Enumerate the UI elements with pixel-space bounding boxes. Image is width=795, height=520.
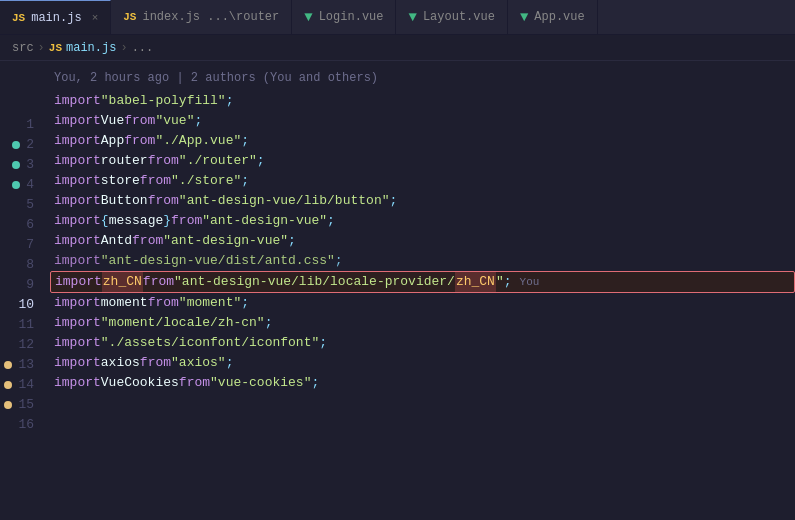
- line-num-5: 5: [26, 195, 34, 215]
- str: "moment/locale/zh-cn": [101, 313, 265, 333]
- punct: ;: [504, 272, 512, 292]
- id: Button: [101, 191, 148, 211]
- punct: ;: [389, 191, 397, 211]
- js-icon: JS: [123, 11, 136, 23]
- zh-cn-path: zh_CN: [455, 272, 496, 292]
- tab-index-js[interactable]: JS index.js ...\router: [111, 0, 292, 34]
- id: store: [101, 171, 140, 191]
- code-line-16: [50, 393, 795, 413]
- str: "./App.vue": [155, 131, 241, 151]
- id: axios: [101, 353, 140, 373]
- tab-login-vue[interactable]: ▼ Login.vue: [292, 0, 396, 34]
- tab-label: Layout.vue: [423, 10, 495, 24]
- kw: from: [140, 353, 171, 373]
- close-icon[interactable]: ×: [92, 12, 99, 24]
- str: "ant-design-vue": [163, 231, 288, 251]
- kw: import: [54, 131, 101, 151]
- code-lines: import "babel-polyfill" ; import Vue fro…: [50, 91, 795, 413]
- kw: from: [140, 171, 171, 191]
- punct: ;: [241, 171, 249, 191]
- code-line-11: import moment from "moment" ;: [50, 293, 795, 313]
- code-line-1: import "babel-polyfill" ;: [50, 91, 795, 111]
- tab-label: App.vue: [534, 10, 584, 24]
- kw: import: [54, 353, 101, 373]
- line-num-4: 4: [26, 175, 34, 195]
- kw: import: [54, 333, 101, 353]
- line-num-3: 3: [26, 155, 34, 175]
- code-line-8: import Antd from "ant-design-vue" ;: [50, 231, 795, 251]
- line-num-11: 11: [18, 315, 34, 335]
- line-num-16: 16: [18, 415, 34, 435]
- id: App: [101, 131, 124, 151]
- kw: import: [54, 171, 101, 191]
- code-line-6: import Button from "ant-design-vue/lib/b…: [50, 191, 795, 211]
- punct: ;: [288, 231, 296, 251]
- line-num-6: 6: [26, 215, 34, 235]
- line-num-13: 13: [18, 355, 34, 375]
- vue-icon: ▼: [520, 9, 528, 25]
- tab-label: Login.vue: [319, 10, 384, 24]
- kw: import: [54, 251, 101, 271]
- line-num-15: 15: [18, 395, 34, 415]
- tab-app-vue[interactable]: ▼ App.vue: [508, 0, 598, 34]
- punct: ;: [335, 251, 343, 271]
- blame-right-you: You: [520, 272, 540, 292]
- vue-icon: ▼: [408, 9, 416, 25]
- kw: import: [54, 151, 101, 171]
- code-line-13: import "./assets/iconfont/iconfont" ;: [50, 333, 795, 353]
- js-icon: JS: [12, 12, 25, 24]
- punct: ;: [311, 373, 319, 393]
- kw: import: [54, 211, 101, 231]
- kw: import: [54, 373, 101, 393]
- tab-label: main.js: [31, 11, 81, 25]
- line-num-2: 2: [26, 135, 34, 155]
- tab-label: index.js ...\router: [142, 10, 279, 24]
- kw: from: [171, 211, 202, 231]
- blame-info: You, 2 hours ago | 2 authors (You and ot…: [54, 67, 795, 91]
- kw: import: [54, 111, 101, 131]
- str: "moment": [179, 293, 241, 313]
- breadcrumb-src: src: [12, 41, 34, 55]
- code-line-4: import router from "./router" ;: [50, 151, 795, 171]
- breadcrumb-dots: ...: [132, 41, 154, 55]
- punct: ;: [319, 333, 327, 353]
- str: "./assets/iconfont/iconfont": [101, 333, 319, 353]
- breadcrumb: src › JS main.js › ...: [0, 35, 795, 61]
- id: Vue: [101, 111, 124, 131]
- kw: import: [55, 272, 102, 292]
- brace: }: [163, 211, 171, 231]
- editor: 1 2 3 4 5 6 7 8 9 10 11 12 13 14 15 16 Y…: [0, 61, 795, 520]
- kw: import: [54, 191, 101, 211]
- breadcrumb-file[interactable]: main.js: [66, 41, 116, 55]
- str: "vue-cookies": [210, 373, 311, 393]
- str: "axios": [171, 353, 226, 373]
- line-num-12: 12: [18, 335, 34, 355]
- line-num-10: 10: [18, 295, 34, 315]
- code-area[interactable]: You, 2 hours ago | 2 authors (You and ot…: [42, 61, 795, 520]
- vue-icon: ▼: [304, 9, 312, 25]
- kw: from: [179, 373, 210, 393]
- code-line-7: import { message } from "ant-design-vue"…: [50, 211, 795, 231]
- zh-cn-id: zh_CN: [102, 272, 143, 292]
- kw: from: [124, 131, 155, 151]
- str: "ant-design-vue": [202, 211, 327, 231]
- str: "ant-design-vue/dist/antd.css": [101, 251, 335, 271]
- str: "./router": [179, 151, 257, 171]
- kw: import: [54, 91, 101, 111]
- tab-layout-vue[interactable]: ▼ Layout.vue: [396, 0, 507, 34]
- str: "ant-design-vue/lib/locale-provider/: [174, 272, 455, 292]
- line-num-7: 7: [26, 235, 34, 255]
- code-line-9: import "ant-design-vue/dist/antd.css" ;: [50, 251, 795, 271]
- id: Antd: [101, 231, 132, 251]
- breadcrumb-sep2: ›: [120, 41, 127, 55]
- punct: ;: [265, 313, 273, 333]
- punct: ;: [241, 293, 249, 313]
- id: moment: [101, 293, 148, 313]
- kw: from: [148, 293, 179, 313]
- brace: {: [101, 211, 109, 231]
- line-num-8: 8: [26, 255, 34, 275]
- punct: ;: [257, 151, 265, 171]
- punct: ;: [241, 131, 249, 151]
- tab-main-js[interactable]: JS main.js ×: [0, 0, 111, 34]
- breadcrumb-sep: ›: [38, 41, 45, 55]
